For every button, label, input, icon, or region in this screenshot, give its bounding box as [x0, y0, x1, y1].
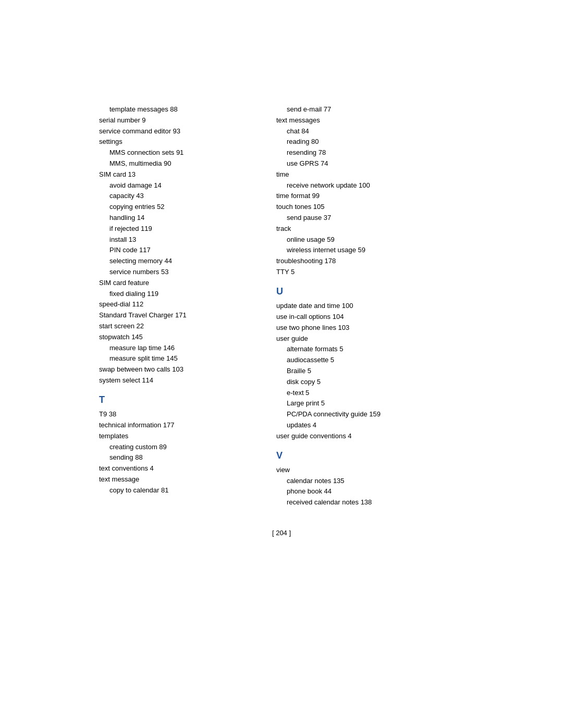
index-entry: online usage 59 — [276, 235, 433, 245]
index-entry: text message — [99, 474, 255, 485]
left-column: template messages 88serial number 9servi… — [99, 104, 266, 496]
index-entry: reading 80 — [276, 137, 433, 147]
index-entry: user guide conventions 4 — [276, 431, 433, 442]
index-entry: avoid damage 14 — [99, 180, 255, 191]
index-entry: Braille 5 — [276, 366, 433, 377]
index-entry: MMS, multimedia 90 — [99, 158, 255, 169]
index-entry: measure lap time 146 — [99, 343, 255, 354]
index-entry: handling 14 — [99, 213, 255, 224]
index-entry: text conventions 4 — [99, 463, 255, 474]
index-entry: template messages 88 — [99, 104, 255, 115]
index-entry: Large print 5 — [276, 398, 433, 409]
index-entry: received calendar notes 138 — [276, 497, 433, 508]
index-entry: wireless internet usage 59 — [276, 245, 433, 256]
index-entry: capacity 43 — [99, 191, 255, 202]
index-entry: service numbers 53 — [99, 267, 255, 278]
index-entry: update date and time 100 — [276, 301, 433, 312]
index-entry: system select 114 — [99, 375, 255, 386]
index-entry: PC/PDA connectivity guide 159 — [276, 409, 433, 420]
index-entry: settings — [99, 137, 255, 147]
index-entry: sending 88 — [99, 452, 255, 463]
index-entry: time — [276, 169, 433, 180]
index-entry: use in-call options 104 — [276, 312, 433, 323]
index-entry: audiocassette 5 — [276, 355, 433, 366]
index-entry: track — [276, 224, 433, 235]
index-entry: measure split time 145 — [99, 353, 255, 364]
index-entry: speed-dial 112 — [99, 299, 255, 310]
index-entry: SIM card feature — [99, 278, 255, 289]
index-entry: phone book 44 — [276, 486, 433, 497]
index-entry: Standard Travel Charger 171 — [99, 310, 255, 321]
section-letter-u: U — [276, 283, 433, 300]
index-entry: if rejected 119 — [99, 224, 255, 235]
index-entry: fixed dialing 119 — [99, 289, 255, 300]
content-area: template messages 88serial number 9servi… — [99, 104, 464, 508]
index-entry: resending 78 — [276, 147, 433, 158]
index-entry: user guide — [276, 334, 433, 344]
index-entry: calendar notes 135 — [276, 476, 433, 487]
right-column: send e-mail 77text messageschat 84readin… — [266, 104, 433, 508]
index-entry: touch tones 105 — [276, 202, 433, 213]
page-footer: [ 204 ] — [99, 529, 464, 537]
index-entry: alternate formats 5 — [276, 344, 433, 355]
index-entry: creating custom 89 — [99, 442, 255, 453]
index-entry: stopwatch 145 — [99, 332, 255, 343]
index-entry: disk copy 5 — [276, 377, 433, 388]
index-entry: technical information 177 — [99, 420, 255, 431]
index-entry: use GPRS 74 — [276, 158, 433, 169]
index-entry: selecting memory 44 — [99, 256, 255, 267]
index-entry: copying entries 52 — [99, 202, 255, 213]
index-entry: copy to calendar 81 — [99, 485, 255, 496]
index-entry: send pause 37 — [276, 213, 433, 224]
index-entry: serial number 9 — [99, 115, 255, 126]
index-entry: install 13 — [99, 235, 255, 245]
index-entry: e-text 5 — [276, 388, 433, 399]
section-letter-t: T — [99, 391, 255, 408]
index-entry: send e-mail 77 — [276, 104, 433, 115]
index-entry: service command editor 93 — [99, 126, 255, 137]
index-entry: chat 84 — [276, 126, 433, 137]
index-entry: view — [276, 465, 433, 476]
index-entry: text messages — [276, 115, 433, 126]
index-entry: start screen 22 — [99, 321, 255, 332]
index-entry: swap between two calls 103 — [99, 364, 255, 375]
index-entry: TTY 5 — [276, 267, 433, 278]
index-entry: MMS connection sets 91 — [99, 147, 255, 158]
index-entry: troubleshooting 178 — [276, 256, 433, 267]
page-container: template messages 88serial number 9servi… — [0, 0, 563, 728]
index-entry: templates — [99, 431, 255, 442]
index-entry: T9 38 — [99, 409, 255, 420]
section-letter-v: V — [276, 447, 433, 464]
index-entry: use two phone lines 103 — [276, 323, 433, 334]
index-entry: SIM card 13 — [99, 169, 255, 180]
index-entry: receive network update 100 — [276, 180, 433, 191]
index-entry: PIN code 117 — [99, 245, 255, 256]
index-entry: updates 4 — [276, 420, 433, 431]
index-entry: time format 99 — [276, 191, 433, 202]
